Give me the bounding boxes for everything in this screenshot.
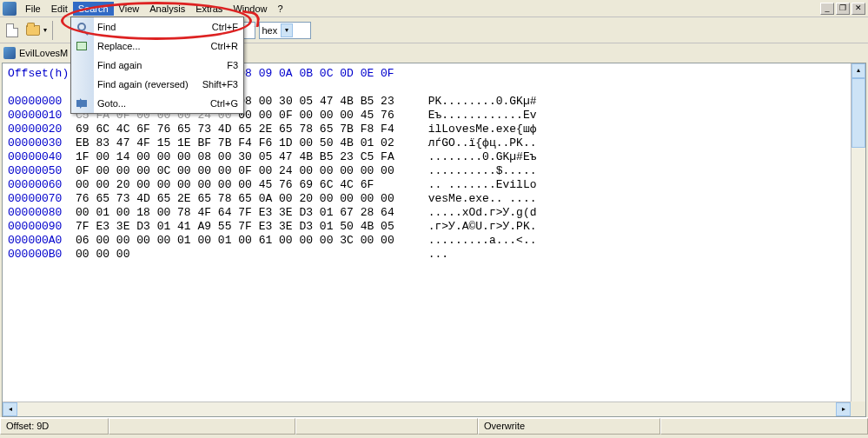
menu-item-shortcut: Ctrl+F: [212, 22, 238, 32]
menu-item-shortcut: Ctrl+R: [211, 41, 238, 51]
menu-analysis[interactable]: Analysis: [144, 2, 190, 16]
menu-window[interactable]: Window: [228, 2, 272, 16]
search-dropdown: Find Ctrl+F Replace... Ctrl+R Find again…: [70, 17, 244, 114]
new-file-button[interactable]: [3, 22, 21, 39]
status-cell-2: [109, 418, 295, 435]
status-mode: Overwrite: [478, 418, 660, 435]
menu-item-label: Goto...: [97, 98, 126, 109]
menu-item-replace[interactable]: Replace... Ctrl+R: [71, 36, 243, 56]
status-cell-5: [660, 418, 868, 435]
scroll-corner: [851, 402, 865, 416]
scroll-up-button[interactable]: ▴: [851, 63, 865, 78]
scroll-left-button[interactable]: ◂: [3, 402, 17, 416]
menu-item-label: Find again (reversed): [97, 79, 189, 90]
vertical-scrollbar[interactable]: ▴: [851, 63, 865, 402]
menu-item-shortcut: Shift+F3: [202, 79, 238, 90]
chevron-down-icon: ▾: [281, 23, 293, 37]
status-offset: Offset: 9D: [0, 418, 109, 435]
status-cell-3: [295, 418, 478, 435]
menubar: File Edit Search View Analysis Extras Wi…: [0, 0, 868, 17]
scroll-thumb[interactable]: [851, 78, 865, 148]
app-icon: [3, 2, 17, 16]
scroll-right-button[interactable]: ▸: [836, 402, 851, 416]
minimize-button[interactable]: _: [820, 3, 834, 15]
open-dropdown-arrow-icon[interactable]: ▾: [43, 26, 47, 34]
hex-editor[interactable]: Offset(h) 00 01 02 03 04 05 06 07 08 09 …: [2, 63, 866, 417]
close-button[interactable]: ✕: [851, 3, 865, 15]
replace-icon: [75, 39, 89, 53]
menu-item-find-again[interactable]: Find again F3: [71, 56, 243, 75]
menu-help[interactable]: ?: [273, 2, 288, 16]
menu-item-shortcut: F3: [227, 60, 238, 70]
open-file-icon: [26, 25, 40, 36]
goto-icon: [75, 96, 89, 110]
menu-item-label: Find again: [97, 60, 142, 70]
open-file-button[interactable]: [24, 22, 42, 39]
menu-edit[interactable]: Edit: [46, 2, 73, 16]
toolbar-separator: [52, 21, 53, 40]
menu-item-goto[interactable]: Goto... Ctrl+G: [71, 94, 243, 113]
menu-item-find-again-reversed[interactable]: Find again (reversed) Shift+F3: [71, 75, 243, 94]
menu-extras[interactable]: Extras: [190, 2, 228, 16]
statusbar: Offset: 9D Overwrite: [0, 417, 868, 435]
combo-hex[interactable]: hex ▾: [259, 22, 311, 39]
file-icon: [3, 47, 16, 59]
menu-item-find[interactable]: Find Ctrl+F: [71, 17, 243, 36]
menu-view[interactable]: View: [114, 2, 145, 16]
find-icon: [75, 20, 89, 34]
file-tab[interactable]: EvilLovesM: [19, 48, 68, 58]
restore-button[interactable]: ❐: [836, 3, 850, 15]
menu-search[interactable]: Search: [73, 2, 114, 16]
combo-hex-value: hex: [262, 25, 277, 36]
menu-item-label: Replace...: [97, 41, 141, 51]
scroll-track[interactable]: [17, 402, 836, 416]
menu-item-label: Find: [97, 22, 116, 32]
menu-item-shortcut: Ctrl+G: [210, 98, 238, 109]
window-controls: _ ❐ ✕: [820, 3, 865, 15]
menu-file[interactable]: File: [20, 2, 46, 16]
horizontal-scrollbar[interactable]: ◂ ▸: [3, 402, 851, 416]
new-file-icon: [6, 23, 18, 37]
